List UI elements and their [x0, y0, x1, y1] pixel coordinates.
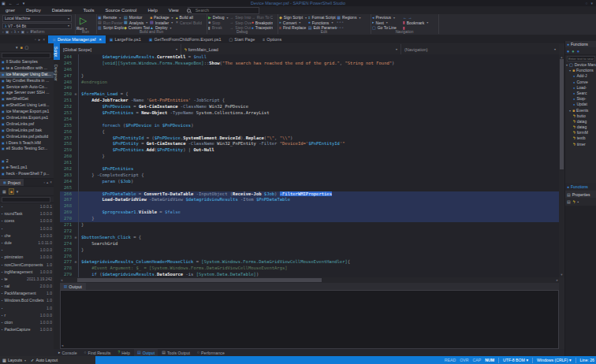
monitor-button[interactable]: ▤Monitor	[124, 15, 150, 20]
module-list-item[interactable]: ▪dule1.0.11.0	[0, 240, 54, 247]
go-to-line-button[interactable]: ▢Go To Line	[372, 25, 403, 31]
tree-item[interactable]: ●Stop-	[565, 96, 596, 102]
tab-project[interactable]: ▦ Project	[0, 179, 24, 186]
scroll-tabs-icon[interactable]: ▸	[39, 37, 41, 42]
file-list-item[interactable]: ▣ll Studio Samples	[0, 59, 54, 65]
previous-button[interactable]: ◂Previous▾	[372, 15, 403, 20]
expander-icon[interactable]: ▾	[569, 68, 571, 73]
tool-tab-performance[interactable]: ○Performance	[194, 349, 228, 356]
expander-icon[interactable]: ▾	[566, 62, 568, 68]
tree-item[interactable]: ϟtimer	[565, 142, 596, 147]
sign-script-button[interactable]: ◆Sign Script▾	[279, 15, 308, 20]
sync-icon[interactable]: ●	[567, 49, 569, 54]
ribbon-tab-deploy[interactable]: Deploy	[20, 6, 47, 14]
code-editor[interactable]: 244 $datagridviewResults.CurrentCell = $…	[60, 54, 559, 277]
package-button[interactable]: ■Package▾	[150, 15, 176, 20]
tree-group-functions[interactable]: ▾■Functions	[565, 68, 596, 73]
module-search-input[interactable]	[2, 197, 50, 202]
icon-row-button[interactable]: ▮	[403, 25, 434, 31]
categorized-icon[interactable]: ▤	[567, 199, 571, 204]
dock-window-icon[interactable]: ▫	[43, 180, 45, 184]
tree-item[interactable]: ϟbutto	[565, 113, 596, 119]
module-list-item[interactable]: ▪ction1.0.0.0	[0, 319, 54, 326]
context-dropdown[interactable]: ϟ formMain_Load ▾	[181, 44, 401, 54]
scrollbar-thumb[interactable]	[560, 59, 564, 169]
platform-engine-dropdown[interactable]: λ V7 - 64 Bit▾	[2, 23, 72, 30]
platform-tool-icon-7[interactable]: ▾	[31, 30, 32, 34]
navigation-dropdown[interactable]: (Navigation) ▾	[401, 44, 559, 54]
platform-tool-icon-0[interactable]: ▫	[2, 30, 4, 34]
tool-tab-output[interactable]: ▤Output	[134, 349, 158, 356]
doc-tab-options[interactable]: ≡Options	[259, 35, 285, 43]
functions-search-input[interactable]	[567, 56, 595, 61]
tree-item[interactable]: ●Searc	[565, 91, 596, 96]
scroll-right-icon[interactable]: ▸	[557, 277, 558, 283]
platform-tool-icon-4[interactable]: ▪	[18, 30, 20, 34]
file-search-input[interactable]	[2, 53, 50, 58]
ribbon-tab-tools[interactable]: Tools	[77, 6, 99, 14]
auto-layout-button[interactable]: ✓ Auto Layout	[31, 358, 58, 362]
scroll-down-icon[interactable]: ▾	[559, 272, 564, 277]
layouts-button[interactable]: ▦ Layouts ▾	[2, 358, 26, 362]
module-list-item[interactable]: ▪1.0.0.0	[0, 225, 54, 232]
pin-group-icon[interactable]: ▫	[35, 37, 36, 42]
format-script-button[interactable]: ≡Format Script	[308, 15, 337, 20]
module-list-item[interactable]: ▪roundTask1.0.0.0	[0, 210, 54, 217]
tab-functions[interactable]: ● Functions	[565, 183, 596, 190]
ribbon-search-input[interactable]	[188, 7, 259, 14]
file-list-item[interactable]: ▣heck - PowerShell 7 p...	[0, 171, 54, 177]
file-list-item[interactable]: ▣OnlineLinks.psf.psbuild	[0, 134, 54, 140]
vertical-scrollbar[interactable]: ▴ ▾	[559, 54, 564, 277]
debug-button[interactable]: ▶Debug▾	[208, 15, 229, 20]
functions-button[interactable]: ●Functions▾	[308, 20, 337, 26]
ribbon-tab-source-control[interactable]: Source Control	[99, 6, 142, 14]
tree-item[interactable]: ϟdatag	[565, 124, 596, 130]
edit-parameters-button[interactable]: ▤Edit Parameters	[308, 25, 337, 31]
file-list-item[interactable]: ▣age Server over SSH ...	[0, 90, 54, 96]
module-list-item[interactable]: ▪nal2.0.0.0	[0, 283, 54, 290]
file-list-item[interactable]: ▣lay Cmdlet Results in ...	[0, 78, 54, 84]
ribbon-tab-gner[interactable]: gner	[0, 6, 20, 14]
module-list-item[interactable]: ▪PacketCapture1.0.0.0	[0, 326, 54, 333]
tree-item[interactable]: ϟdatag	[565, 119, 596, 124]
platform-tool-icon-1[interactable]: ▣	[6, 30, 9, 34]
close-panel-icon[interactable]: ×	[50, 180, 52, 184]
custom-tool-button[interactable]: ◆Custom Tool▾	[124, 25, 150, 31]
scope-dropdown[interactable]: [Global Scope] ▾	[60, 44, 181, 54]
tree-item[interactable]: ●Add-J	[565, 73, 596, 79]
remote-button[interactable]: ▣Remote▾	[98, 15, 124, 20]
events-icon[interactable]: ϟ	[573, 199, 576, 204]
tracepoints-button[interactable]: ●Tracepoints▾	[251, 25, 273, 31]
icon-row-button[interactable]: ▫ ▫ ▫	[337, 25, 366, 31]
scope-filter-icon[interactable]: ●	[572, 49, 574, 54]
property-pages-icon[interactable]: ▪	[577, 199, 579, 204]
file-list-item[interactable]: ▣erShellGet Using Letti...	[0, 102, 54, 109]
scrollbar-thumb[interactable]	[77, 278, 322, 282]
platform-machine-dropdown[interactable]: Local Machine▾	[2, 15, 72, 22]
scroll-left-icon[interactable]: ◂	[61, 343, 63, 348]
next-button[interactable]: ▸Next▾	[372, 20, 403, 26]
script-explorer-button[interactable]: ▥Script Explorer	[98, 25, 124, 31]
tree-item[interactable]: ●Conve	[565, 80, 596, 85]
module-list-item[interactable]: ▪1.0.0.1	[0, 203, 54, 210]
installer-button[interactable]: ▨Installer▾	[150, 20, 176, 26]
convert-button[interactable]: »Convert▾	[279, 20, 308, 26]
module-list-item[interactable]: ▪Windows.Bcd Cmdlets1.0	[0, 297, 54, 304]
horizontal-scrollbar[interactable]: ◂ ▸	[60, 277, 559, 283]
close-group-icon[interactable]: ×	[43, 37, 45, 42]
output-panel-body[interactable]: ◂	[60, 290, 559, 349]
file-list-item[interactable]: ▣OnlineLinks.Export.ps1	[0, 115, 54, 121]
ribbon-tab-help[interactable]: Help	[142, 6, 162, 14]
deploy-button[interactable]: ▲Deploy▾	[150, 25, 176, 31]
tree-root-device-manager[interactable]: ▾▢Device Mana	[565, 62, 596, 68]
refresh-icon[interactable]: ▾	[16, 45, 18, 50]
doc-tab-start-page[interactable]: ▢Start Page	[225, 35, 259, 43]
file-list-item[interactable]: ▣Service with Auto-Co...	[0, 84, 54, 91]
tree-item[interactable]: ●Load-	[565, 85, 596, 91]
file-list-item[interactable]: ▣t Does It Teach.HM	[0, 140, 54, 147]
scroll-left-icon[interactable]: ◂	[61, 277, 62, 283]
module-list-item[interactable]: ▪ccess1.0.0.0	[0, 217, 54, 225]
analysis-button[interactable]: ▦Analysis▾	[124, 20, 150, 26]
module-list-item[interactable]: ▪PackManagement1.0	[0, 290, 54, 297]
platform-tool-icon-5[interactable]: ▣	[21, 30, 24, 34]
